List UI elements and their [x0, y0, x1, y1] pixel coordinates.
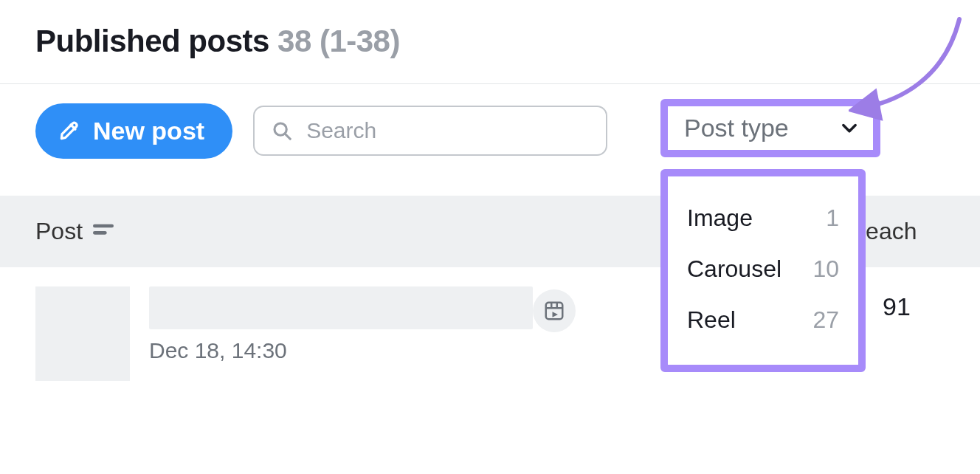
post-thumbnail: [35, 286, 130, 381]
svg-rect-3: [93, 231, 107, 235]
toolbar: New post Post type: [0, 84, 980, 159]
new-post-button[interactable]: New post: [35, 103, 232, 159]
post-type-option-carousel[interactable]: Carousel 10: [684, 244, 842, 295]
post-title-placeholder: [149, 286, 533, 329]
page-title-row: Published posts 38 (1-38): [0, 0, 980, 61]
sort-icon: [93, 224, 114, 238]
new-post-label: New post: [93, 117, 204, 145]
svg-line-1: [286, 134, 290, 139]
post-type-filter-button[interactable]: Post type: [668, 106, 873, 150]
page-title-text: Published posts: [35, 24, 269, 58]
column-post-label: Post: [35, 218, 83, 245]
svg-rect-2: [93, 224, 114, 228]
post-type-filter-label: Post type: [684, 114, 789, 142]
chevron-down-icon: [839, 117, 860, 138]
post-type-filter-area: Post type Image 1 Carousel 10: [660, 99, 880, 372]
search-input[interactable]: [305, 117, 590, 144]
svg-point-0: [275, 123, 286, 135]
post-timestamp: Dec 18, 14:30: [149, 338, 533, 363]
page-title-count: 38 (1-38): [277, 24, 400, 58]
post-type-dropdown: Image 1 Carousel 10 Reel 27: [660, 169, 866, 372]
search-box[interactable]: [253, 106, 607, 156]
post-type-badge: [533, 289, 576, 332]
post-type-option-reel[interactable]: Reel 27: [684, 295, 842, 346]
pencil-icon: [58, 119, 81, 142]
svg-rect-4: [546, 302, 563, 319]
post-type-option-image[interactable]: Image 1: [684, 193, 842, 244]
post-type-highlight: Post type: [660, 99, 880, 157]
reel-icon: [543, 300, 565, 322]
search-icon: [271, 120, 293, 142]
svg-marker-8: [553, 312, 559, 317]
post-body: Dec 18, 14:30: [130, 286, 533, 363]
